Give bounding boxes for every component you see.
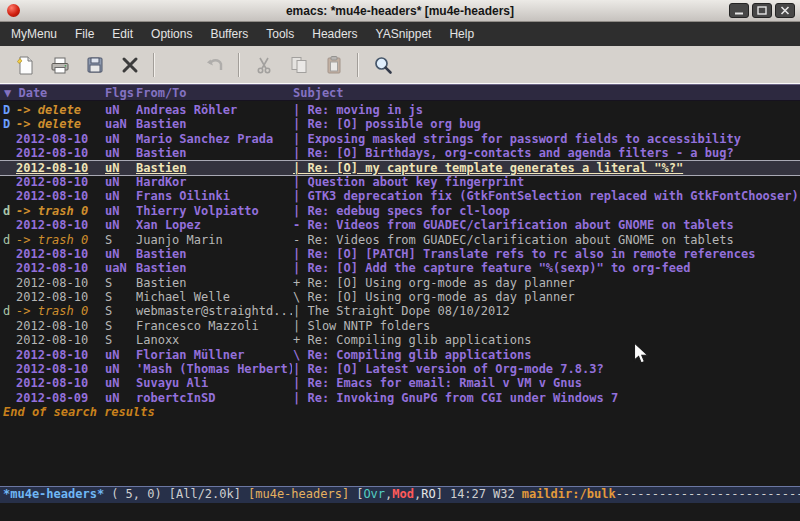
- message-row[interactable]: 2012-08-10 uaN Bastien | Re: [O] Add the…: [0, 261, 800, 275]
- menu-tools[interactable]: Tools: [257, 24, 303, 44]
- message-row[interactable]: 2012-08-10 S Michael Welle \ Re: [O] Usi…: [0, 290, 800, 304]
- message-row[interactable]: 2012-08-10 S Bastien + Re: [O] Using org…: [0, 276, 800, 290]
- menu-buffers[interactable]: Buffers: [201, 24, 257, 44]
- readonly-indicator: RO: [421, 487, 435, 501]
- message-row[interactable]: d -> trash 0 S webmaster@straightd... | …: [0, 304, 800, 318]
- end-of-results-text: End of search results: [0, 405, 800, 419]
- menu-file[interactable]: File: [66, 24, 103, 44]
- message-from: Thierry Volpiatto: [136, 204, 292, 218]
- message-from: Bastien: [136, 146, 292, 160]
- message-date: 2012-08-10: [16, 276, 88, 290]
- message-date: 2012-08-10: [16, 218, 88, 232]
- menubar: MyMenu File Edit Options Buffers Tools H…: [0, 22, 800, 46]
- message-date: 2012-08-10: [16, 161, 88, 175]
- message-from: webmaster@straightd...: [136, 304, 292, 318]
- message-date: 2012-08-10: [16, 261, 88, 275]
- message-subject: | Question about key fingerprint: [293, 175, 800, 189]
- message-row[interactable]: 2012-08-10 uN Suvayu Ali | Re: Emacs for…: [0, 376, 800, 390]
- window-controls: [729, 3, 795, 18]
- undo-button[interactable]: [200, 50, 230, 80]
- maximize-icon: [757, 6, 767, 15]
- save-button[interactable]: [80, 50, 110, 80]
- column-from[interactable]: From/To: [136, 86, 187, 101]
- message-subject: | Re: [O] Latest version of Org-mode 7.8…: [293, 362, 800, 376]
- close-icon: [780, 6, 790, 15]
- message-from: Bastien: [136, 261, 292, 275]
- minimize-button[interactable]: [729, 3, 749, 18]
- cut-button[interactable]: [249, 50, 279, 80]
- message-subject: | Re: [O] my capture template generates …: [293, 161, 800, 175]
- message-row[interactable]: 2012-08-10 uN Frans Oilinki | GTK3 depre…: [0, 189, 800, 203]
- mu4e-headers-buffer[interactable]: ▼ Date Flgs From/To Subject D -> delete …: [0, 84, 800, 486]
- message-date: 2012-08-10: [16, 175, 88, 189]
- message-date: -> trash 0: [16, 304, 88, 318]
- maximize-button[interactable]: [752, 3, 772, 18]
- column-subject[interactable]: Subject: [293, 86, 344, 101]
- menu-yasnippet[interactable]: YASnippet: [367, 24, 441, 44]
- message-row[interactable]: d -> trash 0 uN Thierry Volpiatto | Re: …: [0, 204, 800, 218]
- minibuffer[interactable]: [0, 503, 800, 521]
- message-flags: uN: [105, 391, 119, 405]
- modified-indicator: Mod: [392, 487, 414, 501]
- message-row[interactable]: 2012-08-10 S Lanoxx + Re: Compiling glib…: [0, 333, 800, 347]
- message-subject: - Re: Videos from GUADEC/clarification a…: [293, 233, 800, 247]
- message-row[interactable]: d -> trash 0 S Juanjo Marin - Re: Videos…: [0, 233, 800, 247]
- mark-indicator: d: [3, 204, 10, 218]
- message-subject: - Re: Videos from GUADEC/clarification a…: [293, 218, 800, 232]
- message-subject: \ Re: [O] Using org-mode as day planner: [293, 290, 800, 304]
- message-row[interactable]: D -> delete uN Andreas Röhler | Re: movi…: [0, 103, 800, 117]
- search-icon: [373, 55, 393, 75]
- message-date: 2012-08-10: [16, 132, 88, 146]
- close-button[interactable]: [775, 3, 795, 18]
- message-subject: | Re: Emacs for email: Rmail v VM v Gnus: [293, 376, 800, 390]
- message-row[interactable]: 2012-08-10 uN Bastien | Re: [O] [PATCH] …: [0, 247, 800, 261]
- message-subject: | The Straight Dope 08/10/2012: [293, 304, 800, 318]
- print-button[interactable]: [45, 50, 75, 80]
- kill-buffer-button[interactable]: [115, 50, 145, 80]
- message-row[interactable]: 2012-08-10 uN Mario Sanchez Prada | Expo…: [0, 132, 800, 146]
- mark-indicator: d: [3, 233, 10, 247]
- modeline[interactable]: *mu4e-headers* ( 5, 0) [All/2.0k] [mu4e-…: [0, 486, 800, 503]
- modeline-dashes: ----------------------------: [616, 487, 800, 503]
- menu-headers[interactable]: Headers: [303, 24, 366, 44]
- message-row[interactable]: 2012-08-10 S Francesco Mazzoli | Slow NN…: [0, 319, 800, 333]
- search-button[interactable]: [368, 50, 398, 80]
- message-from: Andreas Röhler: [136, 103, 292, 117]
- menu-help[interactable]: Help: [440, 24, 483, 44]
- message-flags: S: [105, 333, 112, 347]
- message-flags: uN: [105, 218, 119, 232]
- menu-mymenu[interactable]: MyMenu: [2, 24, 66, 44]
- message-flags: uN: [105, 204, 119, 218]
- message-flags: S: [105, 233, 112, 247]
- message-flags: uN: [105, 247, 119, 261]
- modeline-major-mode[interactable]: [mu4e-headers]: [248, 487, 349, 503]
- message-row[interactable]: 2012-08-10 uN Bastien | Re: [O] my captu…: [0, 161, 800, 175]
- printer-icon: [50, 55, 70, 75]
- message-from: Bastien: [136, 276, 292, 290]
- message-row[interactable]: 2012-08-10 uN Bastien | Re: [O] Birthday…: [0, 146, 800, 160]
- menu-edit[interactable]: Edit: [103, 24, 142, 44]
- copy-button[interactable]: [284, 50, 314, 80]
- message-subject: | Re: moving in js: [293, 103, 800, 117]
- new-file-button[interactable]: [10, 50, 40, 80]
- message-date: 2012-08-10: [16, 189, 88, 203]
- modeline-range: [All/2.0k]: [169, 487, 241, 503]
- titlebar[interactable]: emacs: *mu4e-headers* [mu4e-headers]: [0, 0, 800, 22]
- message-row[interactable]: D -> delete uaN Bastien | Re: [O] possib…: [0, 117, 800, 131]
- message-row[interactable]: 2012-08-09 uN robertcInSD | Re: Invoking…: [0, 391, 800, 405]
- column-flags[interactable]: Flgs: [105, 86, 134, 101]
- message-row[interactable]: 2012-08-10 uN Xan Lopez - Re: Videos fro…: [0, 218, 800, 232]
- paste-button[interactable]: [319, 50, 349, 80]
- column-date[interactable]: ▼ Date: [4, 86, 47, 101]
- message-from: Frans Oilinki: [136, 189, 292, 203]
- clipboard-icon: [324, 55, 344, 75]
- menu-options[interactable]: Options: [142, 24, 201, 44]
- mark-indicator: D: [3, 103, 10, 117]
- message-row[interactable]: 2012-08-10 uN Florian Müllner \ Re: Comp…: [0, 348, 800, 362]
- overwrite-indicator: Ovr: [363, 487, 385, 501]
- message-row[interactable]: 2012-08-10 uN HardKor | Question about k…: [0, 175, 800, 189]
- message-flags: uN: [105, 103, 119, 117]
- message-subject: | Exposing masked strings for password f…: [293, 132, 800, 146]
- undo-icon: [205, 55, 225, 75]
- message-row[interactable]: 2012-08-10 uN 'Mash (Thomas Herbert) | R…: [0, 362, 800, 376]
